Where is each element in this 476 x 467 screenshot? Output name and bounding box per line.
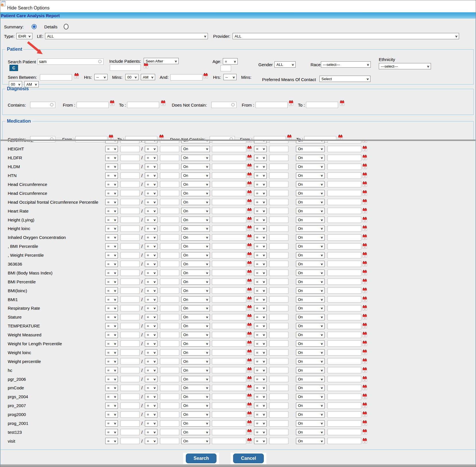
vital-value2-input[interactable]	[160, 217, 179, 223]
vital-on1-select[interactable]: On∨	[181, 225, 210, 232]
calendar-icon[interactable]	[247, 226, 252, 231]
vital-date2-input[interactable]	[327, 278, 361, 285]
vital-op1-select[interactable]: =∨	[105, 314, 118, 320]
vital-value2-input[interactable]	[160, 243, 179, 250]
vital-value1-input[interactable]	[120, 199, 140, 205]
vital-date1-input[interactable]	[212, 438, 246, 444]
vital-value2-input[interactable]	[160, 358, 179, 364]
vital-date2-input[interactable]	[327, 172, 361, 179]
vital-on1-select[interactable]: On∨	[181, 305, 210, 311]
vital-date1-input[interactable]	[212, 332, 246, 338]
vital-on2-select[interactable]: On∨	[296, 278, 325, 285]
vital-on2-select[interactable]: On∨	[296, 234, 325, 241]
calendar-icon[interactable]	[362, 173, 367, 178]
vital-date1-input[interactable]	[212, 172, 246, 179]
vital-op3-select[interactable]: =∨	[254, 376, 267, 382]
vital-on2-select[interactable]: On∨	[296, 394, 325, 400]
calendar-icon[interactable]	[362, 306, 367, 311]
vital-value2-input[interactable]	[160, 411, 179, 418]
vital-date2-input[interactable]	[327, 261, 361, 267]
vital-value2-input[interactable]	[160, 403, 179, 409]
vital-op2-select[interactable]: =∨	[145, 287, 157, 294]
vital-on2-select[interactable]: On∨	[296, 287, 325, 294]
vital-on2-select[interactable]: On∨	[296, 323, 325, 329]
vital-op3-select[interactable]: =∨	[254, 141, 267, 143]
vital-on2-select[interactable]: On∨	[296, 420, 325, 427]
vital-date1-input[interactable]	[212, 305, 246, 311]
calendar-icon[interactable]	[247, 279, 252, 284]
vital-value2-input[interactable]	[160, 438, 179, 444]
vital-op2-select[interactable]: =∨	[145, 261, 157, 267]
calendar-icon[interactable]	[247, 217, 252, 222]
vital-on1-select[interactable]: On∨	[181, 358, 210, 364]
calendar-icon[interactable]	[362, 141, 367, 143]
search-button[interactable]: Search	[186, 454, 216, 463]
vital-on2-select[interactable]: On∨	[296, 340, 325, 347]
vital-op1-select[interactable]: =∨	[105, 252, 118, 258]
calendar-icon[interactable]	[247, 164, 252, 169]
vital-date2-input[interactable]	[327, 243, 361, 250]
calendar-icon[interactable]	[362, 385, 367, 390]
vital-date2-input[interactable]	[327, 411, 361, 418]
vital-op3-select[interactable]: =∨	[254, 252, 267, 258]
vital-value2-input[interactable]	[160, 199, 179, 205]
vital-value3-input[interactable]	[269, 252, 288, 258]
vital-on2-select[interactable]: On∨	[296, 296, 325, 303]
vital-op3-select[interactable]: =∨	[254, 208, 267, 214]
calendar-icon[interactable]	[247, 332, 252, 337]
vital-op1-select[interactable]: =∨	[105, 394, 118, 400]
vital-op1-select[interactable]: =∨	[105, 358, 118, 364]
vital-on2-select[interactable]: On∨	[296, 411, 325, 418]
vital-op1-select[interactable]: =∨	[105, 340, 118, 347]
vital-value2-input[interactable]	[160, 190, 179, 196]
vital-value3-input[interactable]	[269, 358, 288, 364]
vital-on1-select[interactable]: On∨	[181, 394, 210, 400]
vital-date1-input[interactable]	[212, 340, 246, 347]
vital-value3-input[interactable]	[269, 340, 288, 347]
vital-on1-select[interactable]: On∨	[181, 270, 210, 276]
vital-on2-select[interactable]: On∨	[296, 358, 325, 364]
vital-op3-select[interactable]: =∨	[254, 438, 267, 444]
calendar-icon[interactable]	[362, 323, 367, 328]
vital-op2-select[interactable]: =∨	[145, 181, 157, 187]
calendar-icon[interactable]	[362, 403, 367, 408]
vital-date1-input[interactable]	[212, 314, 246, 320]
vital-on2-select[interactable]: On∨	[296, 314, 325, 320]
vital-date1-input[interactable]	[212, 376, 246, 382]
include-patients-date-input[interactable]	[110, 64, 141, 71]
vital-op3-select[interactable]: =∨	[254, 199, 267, 205]
vital-op1-select[interactable]: =∨	[105, 403, 118, 409]
calendar-icon[interactable]	[144, 64, 148, 68]
vital-on2-select[interactable]: On∨	[296, 332, 325, 338]
vital-value2-input[interactable]	[160, 155, 179, 161]
vital-op2-select[interactable]: =∨	[145, 234, 157, 241]
vital-on1-select[interactable]: On∨	[181, 323, 210, 329]
provider-select[interactable]: ALL∨	[233, 33, 459, 39]
vital-op3-select[interactable]: =∨	[254, 181, 267, 187]
calendar-icon[interactable]	[247, 288, 252, 293]
diag-from-input[interactable]	[77, 102, 109, 108]
vital-date1-input[interactable]	[212, 243, 246, 250]
vital-value1-input[interactable]	[120, 270, 140, 276]
diag-to-input[interactable]	[127, 102, 159, 108]
vital-op2-select[interactable]: =∨	[145, 394, 157, 400]
search-patient-input[interactable]	[38, 58, 104, 65]
vital-value3-input[interactable]	[269, 314, 288, 320]
vital-on2-select[interactable]: On∨	[296, 208, 325, 214]
vital-value2-input[interactable]	[160, 270, 179, 276]
calendar-icon[interactable]	[74, 74, 79, 79]
calendar-icon[interactable]	[362, 146, 367, 151]
calendar-icon[interactable]	[362, 341, 367, 346]
vital-op3-select[interactable]: =∨	[254, 340, 267, 347]
vital-op2-select[interactable]: =∨	[145, 367, 157, 373]
calendar-icon[interactable]	[161, 101, 165, 106]
vital-op2-select[interactable]: =∨	[145, 403, 157, 409]
vital-op3-select[interactable]: =∨	[254, 403, 267, 409]
vital-op2-select[interactable]: =∨	[145, 323, 157, 329]
calendar-icon[interactable]	[247, 191, 252, 196]
calendar-icon[interactable]	[247, 439, 252, 444]
gender-select[interactable]: ALL∨	[274, 61, 296, 68]
calendar-icon[interactable]	[247, 412, 252, 417]
vital-op2-select[interactable]: =∨	[145, 155, 157, 161]
vital-date2-input[interactable]	[327, 323, 361, 329]
